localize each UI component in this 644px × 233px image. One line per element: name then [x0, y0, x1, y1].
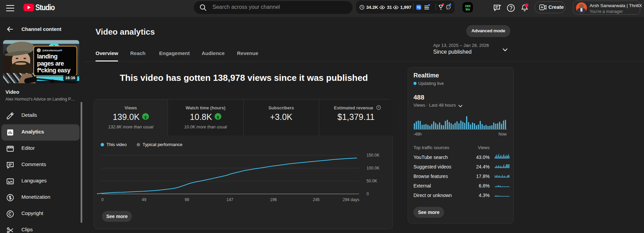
svg-text:49: 49: [142, 197, 147, 202]
svg-text:147: 147: [226, 197, 233, 202]
svg-text:245: 245: [313, 197, 320, 202]
svg-text:50.0K: 50.0K: [367, 179, 377, 183]
svg-text:0: 0: [101, 197, 104, 202]
svg-text:100.0K: 100.0K: [367, 166, 379, 171]
svg-text:0: 0: [367, 192, 369, 196]
svg-text:294 days: 294 days: [343, 197, 359, 202]
svg-text:98: 98: [185, 197, 189, 202]
svg-text:196: 196: [270, 197, 277, 202]
svg-text:150.0K: 150.0K: [367, 153, 379, 158]
